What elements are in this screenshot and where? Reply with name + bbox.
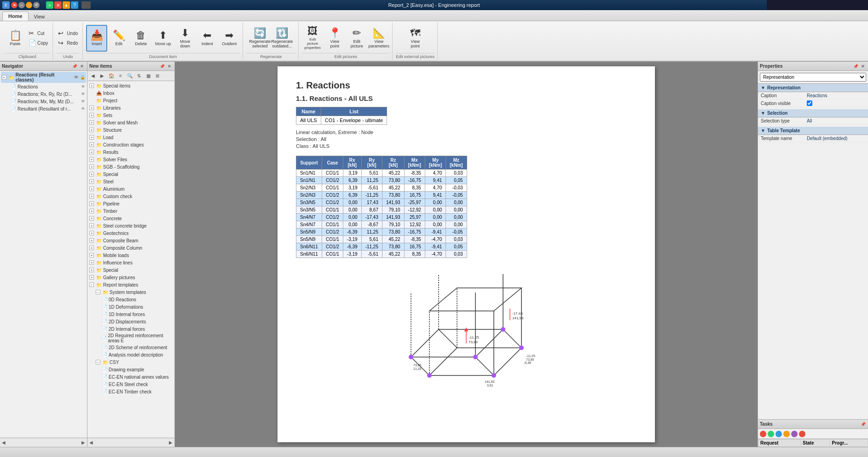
new-items-close-btn[interactable]: ✕ <box>166 63 173 70</box>
ni-scroll-left[interactable]: ◀ <box>89 440 93 445</box>
expand-icon[interactable]: + <box>89 216 94 221</box>
ni-tree-item[interactable]: +📁Timber <box>88 207 174 215</box>
ni-back-btn[interactable]: ◀ <box>89 72 97 80</box>
ni-home-btn[interactable]: 🏠 <box>107 72 116 80</box>
tab-home[interactable]: Home <box>2 12 29 21</box>
ni-search-btn[interactable]: 🔍 <box>126 72 134 80</box>
expand-icon[interactable]: − <box>96 290 100 294</box>
expand-icon[interactable]: + <box>89 157 94 162</box>
window-restore-btn[interactable]: ↺ <box>33 2 40 8</box>
ni-1d-internal-forces[interactable]: 📄 1D Internal forces <box>88 311 174 318</box>
ni-scroll-right[interactable]: ▶ <box>169 440 173 445</box>
expand-icon[interactable]: + <box>89 253 94 258</box>
ni-ec-en-steel[interactable]: 📄 EC-EN Steel check <box>88 381 174 388</box>
toolbar-more[interactable] <box>81 1 91 9</box>
ni-1d-deformations[interactable]: 📄 1D Deformations <box>88 303 174 311</box>
expand-icon[interactable]: + <box>89 128 94 132</box>
ni-tree-item[interactable]: +📁Custom check <box>88 193 174 200</box>
expand-icon[interactable]: + <box>89 172 94 176</box>
task-btn-stop[interactable] <box>760 431 766 437</box>
expand-icon[interactable]: + <box>89 83 94 88</box>
ni-tree-item[interactable]: +📁Concrete <box>88 215 174 222</box>
expand-icon[interactable]: + <box>89 223 94 228</box>
ni-tree-item[interactable]: +📁Steel <box>88 178 174 185</box>
expand-icon[interactable]: + <box>89 246 94 250</box>
expand-icon[interactable]: + <box>89 179 94 184</box>
ni-tree-item[interactable]: +📁Influence lines <box>88 259 174 266</box>
ni-tree-item[interactable]: +📁Load <box>88 134 174 141</box>
toolbar-save-btn[interactable]: ● <box>63 1 70 9</box>
view-point-button[interactable]: 📍 View point <box>324 25 345 52</box>
undo-button[interactable]: ↩ Undo <box>56 29 80 38</box>
copy-button[interactable]: 📄 Copy <box>27 38 50 47</box>
ni-tree-item[interactable]: +📁Geotechnics <box>88 229 174 237</box>
toolbar-close-btn[interactable]: ✕ <box>54 1 62 9</box>
ni-tree-item[interactable]: +📁Construction stages <box>88 141 174 148</box>
move-up-button[interactable]: ⬆ Move up <box>152 25 174 52</box>
ni-libraries[interactable]: + 📁 Libraries <box>88 104 174 111</box>
task-btn-info[interactable] <box>775 431 782 437</box>
ni-tree-item[interactable]: +📁Sets <box>88 111 174 119</box>
properties-pin-btn[interactable]: 📌 <box>852 63 859 70</box>
outdent-button[interactable]: ➡ Outdent <box>219 25 240 52</box>
new-items-pin-btn[interactable]: 📌 <box>159 63 165 70</box>
visibility-icon[interactable]: 👁 <box>81 99 85 104</box>
ni-tree-item[interactable]: +📁Aluminium <box>88 185 174 193</box>
expand-icon[interactable]: + <box>89 150 94 154</box>
expand-icon[interactable]: + <box>89 187 94 191</box>
expand-icon[interactable]: + <box>89 238 94 243</box>
ni-report-templates[interactable]: − 📁 Report templates <box>88 281 174 288</box>
ni-tree-item[interactable]: +📁Solver Files <box>88 156 174 163</box>
expand-icon[interactable]: − <box>89 282 94 287</box>
indent-button[interactable]: ⬅ Indent <box>197 25 218 52</box>
regenerate-selected-button[interactable]: 🔄 Regenerate selected <box>249 25 271 52</box>
window-minimize-btn[interactable]: − <box>18 2 25 8</box>
expand-icon[interactable]: + <box>89 142 94 147</box>
tab-view[interactable]: View <box>29 12 51 21</box>
ni-list-btn[interactable]: ≡ <box>116 72 125 80</box>
view-point-ext-button[interactable]: 🗺 View point <box>405 25 426 52</box>
ni-2d-displacements[interactable]: 📄 2D Displacements <box>88 318 174 325</box>
ni-tree-item[interactable]: +📁Composite Beam <box>88 237 174 244</box>
nav-scroll-left[interactable]: ◀ <box>2 440 6 445</box>
expand-icon[interactable]: + <box>89 201 94 206</box>
insert-button[interactable]: 📥 Insert <box>86 25 107 52</box>
task-btn-cancel[interactable] <box>791 431 798 437</box>
nav-scroll-right[interactable]: ▶ <box>81 440 85 445</box>
edit-picture-props-button[interactable]: 🖼 Edit picture properties <box>302 25 323 52</box>
task-btn-pause[interactable] <box>783 431 790 437</box>
ni-tree-item[interactable]: +📁Mobile loads <box>88 252 174 259</box>
nav-item-reactions-rxryrz[interactable]: 📄 Reactions; Rx, Ry, Rz (D... 👁 <box>1 90 86 98</box>
paste-button[interactable]: 📋 Paste <box>5 25 26 52</box>
ni-csy[interactable]: − 📁 CSY <box>88 358 174 366</box>
ni-2d-internal-forces[interactable]: 📄 2D Internal forces <box>88 325 174 333</box>
ni-system-templates[interactable]: − 📁 System templates <box>88 288 174 296</box>
visibility-icon[interactable]: 👁 <box>81 106 85 111</box>
window-maximize-btn[interactable]: □ <box>26 2 32 8</box>
expand-icon[interactable]: + <box>89 209 94 213</box>
nav-item-resultant[interactable]: 📄 Resultant (Resultant of r... 👁 <box>1 105 86 112</box>
visibility-icon[interactable]: 👁 <box>74 75 78 80</box>
nav-item-reactions-mxmymz[interactable]: 📄 Reactions; Mx, My, Mz (D... 👁 <box>1 98 86 105</box>
move-down-button[interactable]: ⬇ Move down <box>174 25 196 52</box>
expand-icon[interactable]: + <box>89 275 94 280</box>
ni-2d-scheme-reinf[interactable]: 📄 2D Scheme of reinforcement <box>88 344 174 351</box>
redo-button[interactable]: ↪ Redo <box>56 38 80 47</box>
ni-tree-item[interactable]: +📁Composite Column <box>88 244 174 252</box>
expand-icon[interactable]: − <box>96 360 100 364</box>
navigator-pin-btn[interactable]: 📌 <box>71 63 78 70</box>
ni-0d-reactions[interactable]: 📄 0D Reactions <box>88 296 174 303</box>
ni-tree-item[interactable]: +📁SGB - Scaffolding <box>88 163 174 170</box>
ni-forward-btn[interactable]: ▶ <box>98 72 106 80</box>
properties-close-btn[interactable]: ✕ <box>860 63 866 70</box>
expand-icon[interactable]: + <box>89 105 94 110</box>
visibility-icon[interactable]: 👁 <box>81 92 85 96</box>
ni-ec-en-national[interactable]: 📄 EC-EN national annex values <box>88 373 174 381</box>
prop-section-selection-header[interactable]: ▼ Selection <box>758 109 868 117</box>
nav-item-reactions-classes[interactable]: − 📁 Reactions (Result classes) 👁 🔒 <box>1 72 86 83</box>
edit-button[interactable]: ✏️ Edit <box>108 25 129 52</box>
navigator-close-btn[interactable]: ✕ <box>79 63 85 70</box>
ni-tree-item[interactable]: +📁Solver and Mesh <box>88 119 174 126</box>
tasks-pin-btn[interactable]: 📌 <box>860 421 866 428</box>
ni-sort-btn[interactable]: ⇅ <box>135 72 143 80</box>
